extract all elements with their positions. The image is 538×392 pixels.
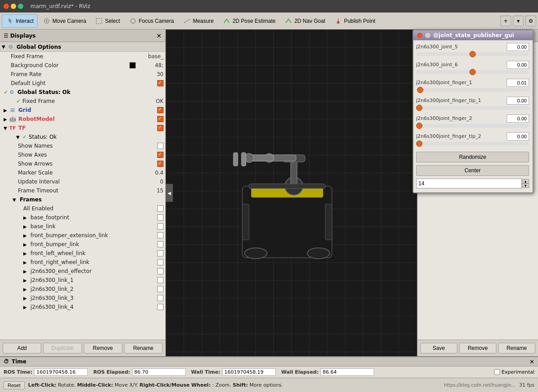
jsp-spin-down[interactable]: ▼ <box>522 183 529 188</box>
collapse-left-arrow[interactable]: ◀ <box>166 184 173 202</box>
joint-slider-0[interactable] <box>416 52 529 56</box>
frame-checkbox-7[interactable] <box>157 277 164 283</box>
experimental-checkbox[interactable] <box>494 369 500 375</box>
duplicate-button[interactable]: Duplicate <box>43 343 82 354</box>
displays-content[interactable]: ▼ ⚙ Global Options Fixed Frame base_ Bac… <box>0 42 165 340</box>
joint-slider-2[interactable] <box>416 88 529 92</box>
joint-value-3[interactable] <box>507 97 529 105</box>
nav-goal-button[interactable]: 2D Nav Goal <box>280 14 329 28</box>
frame-checkbox-3[interactable] <box>157 241 164 247</box>
joint-slider-1[interactable] <box>416 70 529 74</box>
add-toolbar-button[interactable]: + <box>500 16 511 26</box>
window-controls[interactable] <box>4 4 23 9</box>
toolbar-settings-button[interactable]: ⚙ <box>525 16 536 26</box>
frames-arrow[interactable]: ▼ <box>13 197 18 202</box>
remove-button[interactable]: Remove <box>84 343 122 354</box>
toolbar-options-button[interactable]: ▾ <box>513 16 524 26</box>
frame-arrow-1[interactable]: ▶ <box>23 224 29 229</box>
pose-estimate-button[interactable]: 2D Pose Estimate <box>219 14 280 28</box>
save-view-button[interactable]: Save <box>420 343 457 354</box>
robotmodel-arrow[interactable]: ▶ <box>4 117 9 122</box>
frame-checkbox-9[interactable] <box>157 295 164 301</box>
show-arrows-checkbox[interactable] <box>157 161 164 167</box>
joint-row-3: j2n6s300joint_finger_tip_1 <box>416 97 529 111</box>
titlebar: marm_urdf.rviz* - RViz <box>0 0 538 13</box>
focus-camera-button[interactable]: Focus Camera <box>125 14 178 28</box>
move-camera-button[interactable]: Move Camera <box>39 14 90 28</box>
joint-value-5[interactable] <box>507 132 529 141</box>
maximize-button[interactable] <box>18 4 23 9</box>
rename-button[interactable]: Rename <box>124 343 163 354</box>
jsp-scroll-container[interactable]: j2n6s300_joint_5 j2n6s300_joint_6 <box>413 40 533 192</box>
frame-checkbox-8[interactable] <box>157 286 164 292</box>
reset-button[interactable]: Reset <box>4 381 25 389</box>
frame-checkbox-2[interactable] <box>157 232 164 239</box>
show-names-checkbox[interactable] <box>157 143 164 149</box>
grid-arrow[interactable]: ▶ <box>4 108 9 113</box>
global-options-arrow[interactable]: ▼ <box>2 44 7 49</box>
center-button[interactable]: Center <box>416 165 529 176</box>
tf-checkbox[interactable] <box>157 125 164 131</box>
frame-checkbox-10[interactable] <box>157 304 164 310</box>
frame-arrow-10[interactable]: ▶ <box>23 305 29 310</box>
close-button[interactable] <box>4 4 9 9</box>
tf-status-arrow[interactable]: ▼ <box>16 135 22 140</box>
frames-row[interactable]: ▼ Frames <box>0 195 165 204</box>
frame-arrow-0[interactable]: ▶ <box>23 215 29 220</box>
joint-value-0[interactable] <box>507 43 529 51</box>
frame-checkbox-1[interactable] <box>157 223 164 230</box>
add-button[interactable]: Add <box>3 343 41 354</box>
displays-close-button[interactable]: ✕ <box>156 32 162 39</box>
frame-checkbox-4[interactable] <box>157 250 164 256</box>
joint-slider-5[interactable] <box>416 142 529 145</box>
frame-arrow-5[interactable]: ▶ <box>23 260 29 265</box>
jsp-spinner-input[interactable] <box>416 179 522 188</box>
robotmodel-row[interactable]: ▶ 🤖 RobotModel <box>0 115 165 124</box>
robotmodel-checkbox[interactable] <box>157 116 164 122</box>
tf-row[interactable]: ▼ TF TF <box>0 124 165 132</box>
global-options-section[interactable]: ▼ ⚙ Global Options <box>0 42 165 52</box>
frame-arrow-4[interactable]: ▶ <box>23 251 29 256</box>
frame-checkbox-5[interactable] <box>157 259 164 265</box>
frame-checkbox-0[interactable] <box>157 214 164 221</box>
frame-arrow-7[interactable]: ▶ <box>23 278 29 283</box>
jsp-spin-up[interactable]: ▲ <box>522 179 529 183</box>
measure-button[interactable]: Measure <box>179 14 218 28</box>
joint-value-2[interactable] <box>507 79 529 87</box>
frame-arrow-8[interactable]: ▶ <box>23 287 29 292</box>
show-axes-checkbox[interactable] <box>157 152 164 158</box>
select-icon <box>95 17 103 25</box>
left-click-label: Left-Click: <box>28 382 56 388</box>
joint-row-5: j2n6s300joint_finger_tip_2 <box>416 132 529 147</box>
joint-slider-4[interactable] <box>416 124 529 128</box>
joint-slider-container-3 <box>416 105 529 111</box>
all-enabled-checkbox[interactable] <box>157 205 164 212</box>
frame-arrow-2[interactable]: ▶ <box>23 233 29 238</box>
randomize-button[interactable]: Randomize <box>416 152 529 162</box>
viewport[interactable]: ◀ <box>166 30 417 356</box>
jsp-close-button[interactable] <box>417 33 422 38</box>
frame-arrow-3[interactable]: ▶ <box>23 242 29 247</box>
timebar-close-button[interactable]: ✕ <box>529 358 534 365</box>
frame-checkbox-6[interactable] <box>157 268 164 274</box>
grid-row[interactable]: ▶ ⊞ Grid <box>0 106 165 115</box>
frame-arrow-9[interactable]: ▶ <box>23 296 29 301</box>
joint-slider-3[interactable] <box>416 106 529 110</box>
frame-arrow-6[interactable]: ▶ <box>23 269 29 274</box>
grid-checkbox[interactable] <box>157 107 164 113</box>
joint-value-4[interactable] <box>507 115 529 123</box>
joint-value-1[interactable] <box>507 61 529 69</box>
tf-arrow[interactable]: ▼ <box>4 126 9 131</box>
default-light-checkbox[interactable] <box>157 80 164 86</box>
select-button[interactable]: Select <box>91 14 124 28</box>
remove-view-button[interactable]: Remove <box>459 343 496 354</box>
publish-point-button[interactable]: Publish Point <box>330 14 379 28</box>
interact-button[interactable]: Interact <box>2 14 38 28</box>
frame-label-8: j2n6s300_link_2 <box>30 286 157 292</box>
global-status-row[interactable]: ✓ ⚙ Global Status: Ok <box>0 88 165 97</box>
jsp-max-button[interactable] <box>433 33 439 38</box>
frame-link3: ▶ j2n6s300_link_3 <box>0 294 165 303</box>
jsp-min-button[interactable] <box>425 33 430 38</box>
rename-view-button[interactable]: Rename <box>498 343 535 354</box>
minimize-button[interactable] <box>11 4 16 9</box>
